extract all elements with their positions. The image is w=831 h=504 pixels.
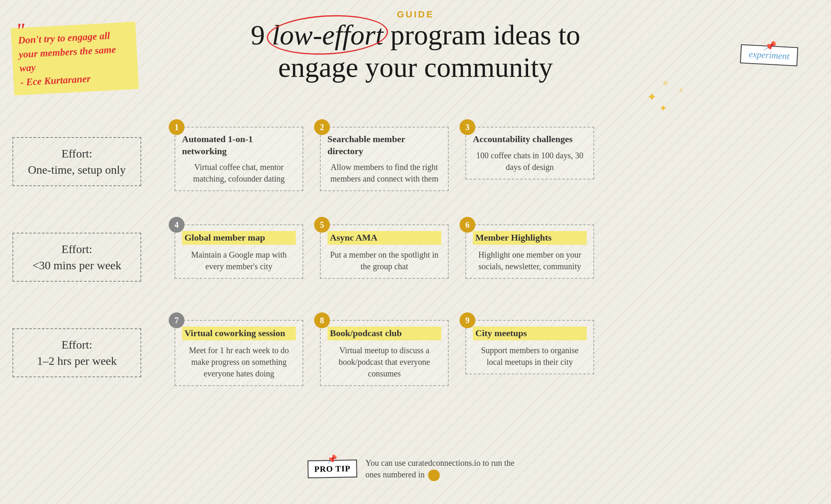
card-title-3: Accountability challenges [473,133,587,145]
card-2: 2 Searchable member directory Allow memb… [320,127,449,191]
title-highlight: low-effort [272,19,383,51]
card-8: 8 Book/podcast club Virtual meetup to di… [320,320,449,386]
yellow-circle-icon [428,470,440,481]
pro-tip-label: PRO TIP [314,464,351,474]
pro-tip-text: You can use curatedconnections.io to run… [366,457,524,481]
card-number-6: 6 [460,217,475,233]
experiment-tag: 📌 experiment [740,44,798,66]
quote-box: " Don't try to engage all your members t… [11,22,139,96]
card-title-5: Async AMA [327,231,441,245]
pro-tip-pin-icon: 📌 [327,454,337,464]
card-body-8: Virtual meetup to discuss a book/podcast… [327,344,441,379]
card-number-5: 5 [314,217,330,233]
effort-label-2: Effort:<30 mins per week [12,233,141,282]
card-number-9: 9 [460,312,475,328]
card-number-7: 7 [169,312,184,328]
pushpin-icon: 📌 [764,40,775,52]
card-title-9: City meetups [473,327,587,340]
card-body-5: Put a member on the spotlight in the gro… [327,249,441,272]
effort-label-3-text: Effort:1–2 hrs per week [37,338,117,367]
card-body-2: Allow members to find the right members … [327,161,441,184]
card-title-6: Member Highlights [473,231,587,245]
card-1: 1 Automated 1-on-1 networking Virtual co… [175,127,303,191]
card-4: 4 Global member map Maintain a Google ma… [175,224,303,279]
card-title-4: Global member map [182,231,296,245]
effort-label-3: Effort:1–2 hrs per week [12,328,141,377]
card-title-7: Virtual coworking session [182,327,296,340]
card-body-7: Meet for 1 hr each week to do make progr… [182,344,296,379]
effort-label-1: Effort:One-time, setup only [12,137,141,186]
card-6: 6 Member Highlights Highlight one member… [465,224,594,279]
card-7: 7 Virtual coworking session Meet for 1 h… [175,320,303,386]
card-number-3: 3 [460,119,475,135]
sparkle-icon-1: ✦ [647,91,656,103]
card-number-1: 1 [169,119,184,135]
card-title-1: Automated 1-on-1 networking [182,133,296,157]
effort-label-2-text: Effort:<30 mins per week [32,243,121,272]
sparkle-icon-2: ✧ [662,79,669,87]
card-body-6: Highlight one member on your socials, ne… [473,249,587,272]
pro-tip-tag: 📌 PRO TIP [307,460,357,478]
quote-text: Don't try to engage all your members the… [18,30,116,88]
card-body-9: Support members to organise local meetup… [473,344,587,368]
card-title-8: Book/podcast club [327,327,441,340]
card-body-1: Virtual coffee chat, mentor matching, co… [182,161,296,184]
card-3: 3 Accountability challenges 100 coffee c… [465,127,594,179]
effort-label-1-text: Effort:One-time, setup only [28,147,126,176]
card-title-2: Searchable member directory [327,133,441,157]
quote-marks-icon: " [15,20,27,40]
card-number-8: 8 [314,312,330,328]
sparkle-icon-4: ✧ [678,87,683,94]
card-body-4: Maintain a Google map with every member'… [182,249,296,272]
sparkle-icon-3: ✦ [659,104,667,113]
card-number-4: 4 [169,217,184,233]
pro-tip-section: 📌 PRO TIP You can use curatedconnections… [307,457,523,481]
card-number-2: 2 [314,119,330,135]
card-9: 9 City meetups Support members to organi… [465,320,594,374]
main-title: 9 low-effort program ideas toengage your… [229,19,602,84]
card-body-3: 100 coffee chats in 100 days, 30 days of… [473,150,587,173]
pro-tip-content: You can use curatedconnections.io to run… [366,458,514,479]
card-5: 5 Async AMA Put a member on the spotligh… [320,224,449,279]
